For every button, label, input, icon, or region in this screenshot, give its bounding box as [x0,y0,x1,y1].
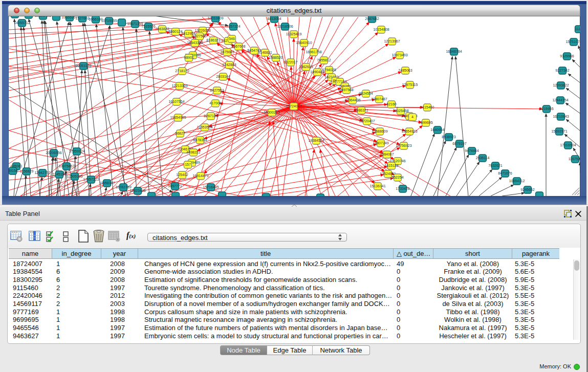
svg-text:1588520: 1588520 [269,56,282,59]
svg-text:7955812: 7955812 [317,58,331,62]
svg-text:98901: 98901 [184,56,194,59]
svg-text:12213967: 12213967 [384,39,400,43]
svg-text:8471676: 8471676 [498,171,512,175]
svg-text:4498222: 4498222 [186,150,200,154]
svg-text:8427552: 8427552 [210,89,224,92]
svg-text:13724007: 13724007 [286,104,301,108]
svg-text:1112: 1112 [575,27,580,31]
svg-text:10719155: 10719155 [101,19,117,23]
svg-text:15720407: 15720407 [359,119,375,123]
svg-text:417006: 417006 [209,101,221,105]
svg-text:8186323: 8186323 [206,38,220,42]
svg-text:8322017: 8322017 [284,60,297,64]
svg-text:17957223: 17957223 [83,178,99,181]
svg-text:12093822: 12093822 [553,83,569,87]
svg-text:1733426: 1733426 [396,187,409,190]
svg-text:8938923: 8938923 [442,135,455,139]
svg-text:7632621: 7632621 [488,164,502,167]
svg-text:125402: 125402 [176,173,188,177]
svg-text:16914479: 16914479 [192,174,208,178]
svg-text:9857771: 9857771 [168,184,182,188]
svg-text:1145194: 1145194 [53,172,67,176]
svg-text:62160: 62160 [386,102,397,106]
svg-text:6879197: 6879197 [452,142,466,145]
svg-text:252254: 252254 [391,176,403,179]
svg-text:6497568: 6497568 [339,88,353,92]
svg-text:9115460: 9115460 [421,105,434,109]
svg-text:16543382: 16543382 [187,41,203,45]
svg-text:3875685: 3875685 [220,50,234,54]
svg-text:17016504: 17016504 [560,143,576,147]
svg-text:15692971: 15692971 [551,129,567,133]
svg-text:22364436: 22364436 [344,98,360,102]
svg-text:20691406: 20691406 [35,16,51,17]
svg-text:9474444: 9474444 [465,149,478,152]
svg-text:16961758: 16961758 [306,50,321,54]
svg-text:12923448: 12923448 [129,189,145,192]
svg-text:10025458: 10025458 [393,109,408,113]
svg-text:9227342: 9227342 [555,69,569,72]
svg-text:8813054: 8813054 [267,17,281,20]
svg-text:15640910: 15640910 [296,41,312,45]
svg-text:2935114: 2935114 [476,156,490,160]
svg-text:12213369: 12213369 [171,84,187,87]
svg-text:6794028: 6794028 [322,68,336,72]
svg-text:7663822: 7663822 [155,27,169,31]
svg-text:10975867: 10975867 [58,164,74,168]
svg-text:546: 546 [229,37,235,40]
svg-text:15136141: 15136141 [369,184,385,188]
svg-text:14055712: 14055712 [14,21,30,25]
svg-text:8215955: 8215955 [539,107,553,111]
svg-text:9146821: 9146821 [258,51,272,54]
svg-text:10654112: 10654112 [509,179,525,183]
svg-text:8912954: 8912954 [181,32,195,35]
svg-text:19756923: 19756923 [396,144,411,147]
svg-text:10671355: 10671355 [127,22,143,26]
svg-text:9242848: 9242848 [222,63,236,67]
svg-text:15751074: 15751074 [565,40,580,43]
svg-text:12942757: 12942757 [34,171,50,174]
svg-text:19654985: 19654985 [170,116,186,119]
svg-text:16210643: 16210643 [553,115,569,118]
svg-text:9699695: 9699695 [419,121,432,124]
svg-text:7986372: 7986372 [354,108,368,112]
svg-text:12505185: 12505185 [67,174,82,178]
svg-text:16648784: 16648784 [446,50,462,53]
svg-text:12444154: 12444154 [552,98,568,102]
svg-text:13226058: 13226058 [194,29,210,32]
svg-text:18807249: 18807249 [373,141,388,145]
svg-text:8878354: 8878354 [193,138,207,142]
svg-text:10807487: 10807487 [371,97,387,101]
svg-text:1615132: 1615132 [384,164,398,167]
svg-text:11353594: 11353594 [197,125,213,129]
svg-text:1156829: 1156829 [20,169,34,173]
svg-text:10958107: 10958107 [99,181,115,185]
svg-text:19654923: 19654923 [401,129,417,133]
svg-text:9084067: 9084067 [380,152,394,156]
svg-text:15300215: 15300215 [264,111,279,114]
svg-text:3824554: 3824554 [359,92,373,95]
svg-text:13218506: 13218506 [277,25,293,28]
svg-text:20206556: 20206556 [46,151,61,155]
svg-text:1362615: 1362615 [299,65,313,69]
svg-text:39154: 39154 [9,169,18,172]
svg-text:4: 4 [411,115,413,119]
svg-text:7357224: 7357224 [226,25,240,28]
svg-text:10973493: 10973493 [391,53,407,57]
svg-text:7485063: 7485063 [398,69,412,72]
svg-text:17359924: 17359924 [69,149,84,153]
svg-text:10688609: 10688609 [372,129,387,133]
svg-text:2803144: 2803144 [216,75,230,78]
svg-text:2718170: 2718170 [175,69,189,73]
svg-text:8860124: 8860124 [168,30,182,33]
svg-text:1167533: 1167533 [569,157,580,161]
svg-text:12975115: 12975115 [402,83,418,86]
svg-text:20053346: 20053346 [75,64,91,68]
svg-text:16107554: 16107554 [168,100,184,103]
svg-text:2667608: 2667608 [231,45,245,48]
svg-text:10154808: 10154808 [373,28,389,31]
svg-text:1640954: 1640954 [430,128,444,132]
svg-text:2087682: 2087682 [365,17,379,20]
svg-text:157: 157 [185,163,191,166]
svg-text:7515526: 7515526 [141,25,155,28]
